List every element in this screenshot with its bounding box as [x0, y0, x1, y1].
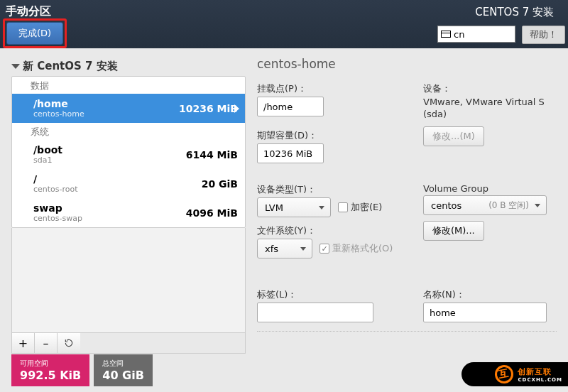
fs-value: xfs: [265, 244, 278, 254]
add-partition-button[interactable]: +: [12, 333, 35, 353]
vg-modify-button[interactable]: 修改(M)...: [423, 221, 484, 241]
caret-down-icon: [319, 206, 324, 209]
reload-button[interactable]: [58, 333, 80, 353]
vg-label: Volume Group: [423, 183, 557, 194]
tree-category-data: 数据: [12, 77, 245, 94]
mount-point: /: [33, 173, 202, 185]
tree-category-system: 系统: [12, 123, 245, 140]
keyboard-icon: [441, 31, 451, 38]
encrypt-label: 加密(E): [351, 201, 382, 214]
devtype-label: 设备类型(T)：: [257, 183, 406, 196]
mount-device: centos-root: [33, 185, 202, 194]
capacity-label: 期望容量(D)：: [257, 129, 406, 142]
caret-down-icon: [300, 247, 306, 251]
reformat-label: 重新格式化(O): [332, 242, 393, 255]
top-bar: 手动分区 完成(D) CENTOS 7 安装 cn 帮助！: [0, 0, 568, 48]
tree-root-label: 新 CentOS 7 安装: [23, 60, 118, 73]
partition-tree-pane: 新 CentOS 7 安装 数据 /home centos-home 10236…: [11, 57, 246, 354]
tree-root-header[interactable]: 新 CentOS 7 安装: [11, 57, 246, 76]
partition-action-buttons: + –: [11, 332, 246, 354]
tree-spacer: [11, 228, 246, 332]
chevron-down-icon: [11, 64, 20, 69]
reformat-checkbox: 重新格式化(O): [320, 242, 393, 255]
total-space-box: 总空间 40 GiB: [94, 354, 153, 386]
remove-partition-button[interactable]: –: [35, 333, 58, 353]
space-summary: 可用空间 992.5 KiB 总空间 40 GiB: [11, 354, 153, 386]
partition-details-pane: centos-home 挂载点(P)： 期望容量(D)： 设备： VMware,…: [257, 57, 557, 354]
mount-size: 20 GiB: [202, 178, 238, 190]
encrypt-checkbox[interactable]: 加密(E): [338, 201, 382, 214]
mount-point: /boot: [33, 144, 186, 156]
done-button-highlight: 完成(D): [3, 18, 67, 48]
device-label: 设备：: [423, 82, 557, 95]
available-space-box: 可用空间 992.5 KiB: [11, 354, 89, 386]
mount-device: centos-home: [33, 109, 179, 119]
installer-title: CENTOS 7 安装: [475, 6, 554, 19]
available-value: 992.5 KiB: [20, 369, 81, 382]
vg-value: centos: [431, 200, 462, 211]
watermark-sub: CDCXHL.COM: [518, 377, 562, 383]
mount-size: 10236 MiB: [179, 103, 238, 114]
partition-list: 数据 /home centos-home 10236 MiB 系统 /boot …: [11, 76, 246, 228]
checkbox-checked-icon: [320, 244, 329, 254]
mount-size: 4096 MiB: [186, 207, 238, 219]
watermark-icon: 互: [493, 364, 515, 385]
watermark-logo: 互 创新互联 CDCXHL.COM: [462, 362, 568, 386]
mount-item-home[interactable]: /home centos-home 10236 MiB: [12, 94, 245, 123]
mount-item-root[interactable]: / centos-root 20 GiB: [12, 169, 245, 198]
help-button[interactable]: 帮助！: [522, 26, 565, 44]
mount-point: /home: [33, 98, 179, 109]
modify-device-button[interactable]: 修改...(M): [423, 126, 484, 146]
available-title: 可用空间: [20, 359, 81, 369]
devtype-value: LVM: [265, 202, 283, 213]
mount-item-boot[interactable]: /boot sda1 6144 MiB: [12, 140, 245, 169]
watermark-text: 创新互联: [518, 366, 562, 377]
reload-icon: [64, 338, 74, 348]
mount-device: centos-swap: [33, 214, 186, 223]
chevron-right-icon: [234, 104, 239, 113]
page-title: 手动分区: [6, 4, 51, 19]
mount-point: swap: [33, 202, 186, 214]
mount-device: sda1: [33, 156, 186, 165]
tag-label: 标签(L)：: [257, 288, 406, 301]
vg-combo[interactable]: centos (0 B 空闲): [423, 195, 547, 215]
name-label: 名称(N)：: [423, 288, 557, 301]
device-text: VMware, VMware Virtual S (sda): [423, 97, 557, 121]
main-area: 新 CentOS 7 安装 数据 /home centos-home 10236…: [0, 48, 568, 354]
mount-item-swap[interactable]: swap centos-swap 4096 MiB: [12, 198, 245, 227]
keyboard-layout-code: cn: [454, 29, 464, 40]
fs-label: 文件系统(Y)：: [257, 224, 406, 237]
checkbox-icon: [338, 202, 348, 212]
name-input[interactable]: [423, 303, 547, 322]
total-title: 总空间: [102, 359, 144, 369]
capacity-input[interactable]: [257, 143, 324, 163]
mountpoint-label: 挂载点(P)：: [257, 82, 406, 95]
mountpoint-input[interactable]: [257, 97, 324, 116]
done-button[interactable]: 完成(D): [6, 22, 63, 45]
fs-combo[interactable]: xfs: [257, 239, 312, 258]
mount-size: 6144 MiB: [186, 149, 238, 160]
keyboard-layout-selector[interactable]: cn: [437, 26, 515, 43]
divider: [257, 331, 557, 332]
caret-down-icon: [535, 204, 540, 207]
tag-input[interactable]: [257, 303, 373, 322]
details-heading: centos-home: [257, 57, 557, 71]
total-value: 40 GiB: [102, 369, 144, 382]
devtype-combo[interactable]: LVM: [257, 197, 331, 217]
vg-free-text: (0 B 空闲): [488, 200, 529, 212]
